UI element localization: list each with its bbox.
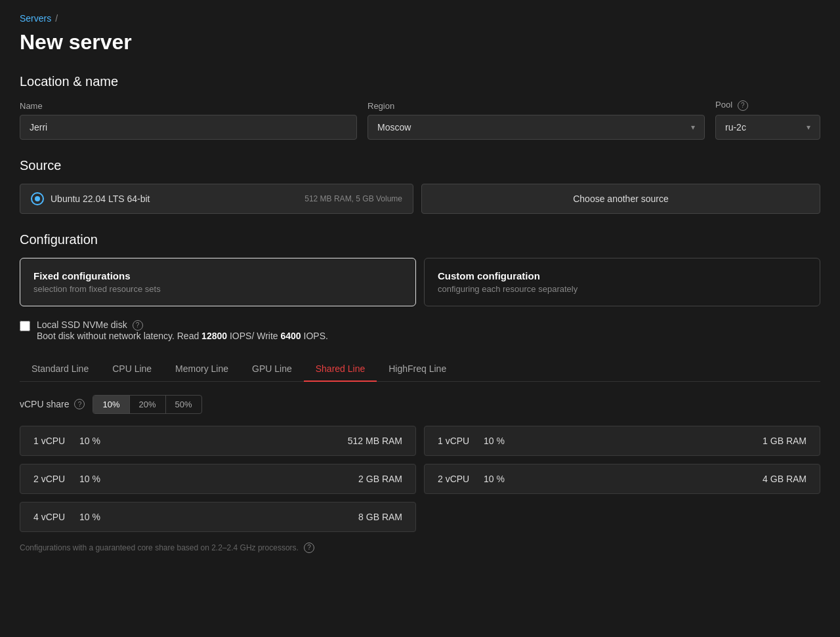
source-row: Ubuntu 22.04 LTS 64-bit 512 MB RAM, 5 GB…	[20, 184, 820, 214]
tab-shared-line[interactable]: Shared Line	[304, 357, 377, 382]
config-vcpu: 1 vCPU	[438, 436, 477, 446]
region-select[interactable]: Moscow ▾	[368, 115, 705, 140]
config-pct: 10 %	[79, 436, 106, 446]
config-ram: 512 MB RAM	[348, 436, 402, 446]
share-btn-10%[interactable]: 10%	[93, 396, 129, 413]
region-chevron-icon: ▾	[691, 123, 695, 132]
share-btn-20%[interactable]: 20%	[130, 396, 166, 413]
config-pct: 10 %	[79, 512, 106, 522]
config-vcpu: 4 vCPU	[33, 512, 73, 522]
config-item-1[interactable]: 1 vCPU 10 % 1 GB RAM	[424, 426, 820, 456]
name-input[interactable]	[20, 115, 357, 140]
nvme-help-icon[interactable]: ?	[133, 320, 143, 331]
config-ram: 8 GB RAM	[358, 512, 402, 522]
source-meta: 512 MB RAM, 5 GB Volume	[304, 194, 402, 203]
config-pct: 10 %	[484, 436, 510, 446]
custom-config-card[interactable]: Custom configuration configuring each re…	[424, 258, 820, 306]
footer-note: Configurations with a guaranteed core sh…	[20, 543, 820, 553]
tab-highfreq-line[interactable]: HighFreq Line	[377, 357, 458, 382]
nvme-row: Local SSD NVMe disk ? Boot disk without …	[20, 319, 820, 341]
tabs: Standard LineCPU LineMemory LineGPU Line…	[20, 357, 820, 382]
breadcrumb-servers-link[interactable]: Servers	[20, 13, 51, 24]
config-vcpu: 2 vCPU	[33, 474, 73, 484]
config-item-3[interactable]: 2 vCPU 10 % 4 GB RAM	[424, 464, 820, 494]
config-vcpu: 2 vCPU	[438, 474, 477, 484]
nvme-checkbox[interactable]	[20, 321, 30, 331]
region-label: Region	[368, 101, 705, 111]
config-ram: 2 GB RAM	[358, 474, 402, 484]
vcpu-share-row: vCPU share ? 10%20%50%	[20, 395, 820, 414]
pool-help-icon[interactable]: ?	[738, 100, 748, 111]
location-section-title: Location & name	[20, 74, 820, 89]
source-name: Ubuntu 22.04 LTS 64-bit	[51, 194, 150, 204]
breadcrumb: Servers /	[20, 13, 820, 24]
name-label: Name	[20, 101, 357, 111]
config-pct: 10 %	[484, 474, 510, 484]
config-ram: 1 GB RAM	[763, 436, 807, 446]
config-pct: 10 %	[79, 474, 106, 484]
share-buttons: 10%20%50%	[93, 395, 201, 414]
pool-value: ru-2c	[725, 122, 746, 133]
region-value: Moscow	[377, 122, 411, 133]
pool-field-group: Pool ? ru-2c ▾	[715, 100, 820, 140]
config-item-4[interactable]: 4 vCPU 10 % 8 GB RAM	[20, 502, 416, 532]
source-section-title: Source	[20, 158, 820, 173]
config-cards: Fixed configurations selection from fixe…	[20, 258, 820, 306]
fixed-config-desc: selection from fixed resource sets	[33, 284, 402, 294]
fixed-config-title: Fixed configurations	[33, 270, 402, 281]
footer-help-icon[interactable]: ?	[304, 543, 314, 553]
breadcrumb-separator: /	[55, 13, 58, 24]
custom-config-title: Custom configuration	[438, 270, 807, 281]
configs-grid: 1 vCPU 10 % 512 MB RAM 1 vCPU 10 % 1 GB …	[20, 426, 820, 532]
choose-source-button[interactable]: Choose another source	[421, 184, 820, 214]
source-selected-icon	[31, 192, 44, 205]
tab-standard-line[interactable]: Standard Line	[20, 357, 100, 382]
location-section: Location & name Name Region Moscow ▾ Poo…	[20, 74, 820, 140]
tab-cpu-line[interactable]: CPU Line	[100, 357, 163, 382]
fixed-config-card[interactable]: Fixed configurations selection from fixe…	[20, 258, 416, 306]
config-ram: 4 GB RAM	[763, 474, 807, 484]
source-section: Source Ubuntu 22.04 LTS 64-bit 512 MB RA…	[20, 158, 820, 214]
pool-chevron-icon: ▾	[807, 123, 810, 132]
config-item-2[interactable]: 2 vCPU 10 % 2 GB RAM	[20, 464, 416, 494]
pool-select[interactable]: ru-2c ▾	[715, 115, 820, 140]
share-btn-50%[interactable]: 50%	[166, 396, 201, 413]
configuration-section-title: Configuration	[20, 232, 820, 247]
pool-label: Pool ?	[715, 100, 820, 111]
tab-gpu-line[interactable]: GPU Line	[240, 357, 304, 382]
nvme-label[interactable]: Local SSD NVMe disk ? Boot disk without …	[37, 319, 328, 341]
custom-config-desc: configuring each resource separately	[438, 284, 807, 294]
configuration-section: Configuration Fixed configurations selec…	[20, 232, 820, 553]
name-field-group: Name	[20, 101, 357, 140]
vcpu-share-help-icon[interactable]: ?	[74, 399, 85, 409]
tab-memory-line[interactable]: Memory Line	[163, 357, 240, 382]
source-selected: Ubuntu 22.04 LTS 64-bit 512 MB RAM, 5 GB…	[20, 184, 413, 214]
config-vcpu: 1 vCPU	[33, 436, 73, 446]
vcpu-share-label: vCPU share ?	[20, 399, 85, 409]
region-field-group: Region Moscow ▾	[368, 101, 705, 140]
config-item-0[interactable]: 1 vCPU 10 % 512 MB RAM	[20, 426, 416, 456]
page-title: New server	[20, 30, 820, 54]
